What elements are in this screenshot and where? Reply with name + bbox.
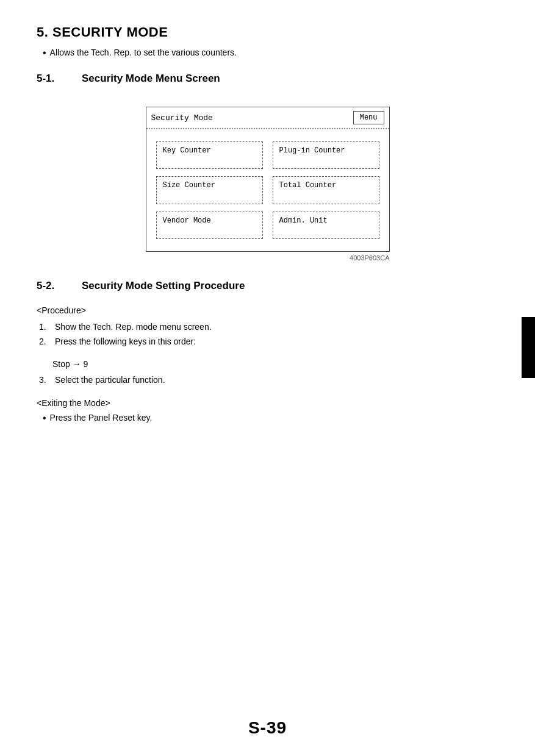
right-tab <box>522 317 535 378</box>
screen-size-counter-btn[interactable]: Size Counter <box>156 176 263 204</box>
screen-container: Security Mode Menu Key Counter Plug-in C… <box>37 107 498 262</box>
subsection-5-1-title: Security Mode Menu Screen <box>82 73 220 85</box>
step-2-indent: Stop → 9 <box>52 357 498 371</box>
procedure-steps: 1. Show the Tech. Rep. mode menu screen.… <box>39 320 498 349</box>
section-5-bullets: Allows the Tech. Rep. to set the various… <box>43 46 498 60</box>
subsection-5-2-number: 5-2. <box>37 280 67 292</box>
subsection-5-2-title: Security Mode Setting Procedure <box>82 280 245 292</box>
step-2: 2. Press the following keys in this orde… <box>39 335 498 348</box>
section-5-title: 5. SECURITY MODE <box>37 24 498 40</box>
procedure-label: <Procedure> <box>37 305 498 315</box>
exit-label: <Exiting the Mode> <box>37 398 498 408</box>
screen-vendor-mode-btn[interactable]: Vendor Mode <box>156 212 263 239</box>
subsection-5-2: 5-2. Security Mode Setting Procedure <Pr… <box>37 280 498 426</box>
screen-plugin-counter-btn[interactable]: Plug-in Counter <box>273 141 379 169</box>
page-number: S-39 <box>248 718 287 738</box>
procedure-steps-cont: 3. Select the particular function. <box>39 373 498 387</box>
bullet-text: Allows the Tech. Rep. to set the various… <box>50 46 237 59</box>
image-caption: 4003P603CA <box>146 254 390 262</box>
screen-body: Key Counter Plug-in Counter Size Counter… <box>146 129 389 251</box>
subsection-5-1-number: 5-1. <box>37 73 67 85</box>
screen-header: Security Mode Menu <box>146 107 389 129</box>
subsection-5-1-header: 5-1. Security Mode Menu Screen <box>37 73 498 94</box>
screen-key-counter-btn[interactable]: Key Counter <box>156 141 263 169</box>
step-1: 1. Show the Tech. Rep. mode menu screen. <box>39 320 498 333</box>
subsection-5-2-header: 5-2. Security Mode Setting Procedure <box>37 280 498 302</box>
screen-admin-unit-btn[interactable]: Admin. Unit <box>273 212 379 239</box>
screen-mock: Security Mode Menu Key Counter Plug-in C… <box>146 107 390 252</box>
screen-menu-button[interactable]: Menu <box>353 111 384 124</box>
step-3: 3. Select the particular function. <box>39 373 498 387</box>
screen-total-counter-btn[interactable]: Total Counter <box>273 176 379 204</box>
screen-title: Security Mode <box>151 113 213 123</box>
exit-bullets: Press the Panel Reset key. <box>43 412 498 426</box>
exit-bullet-text: Press the Panel Reset key. <box>50 412 153 424</box>
